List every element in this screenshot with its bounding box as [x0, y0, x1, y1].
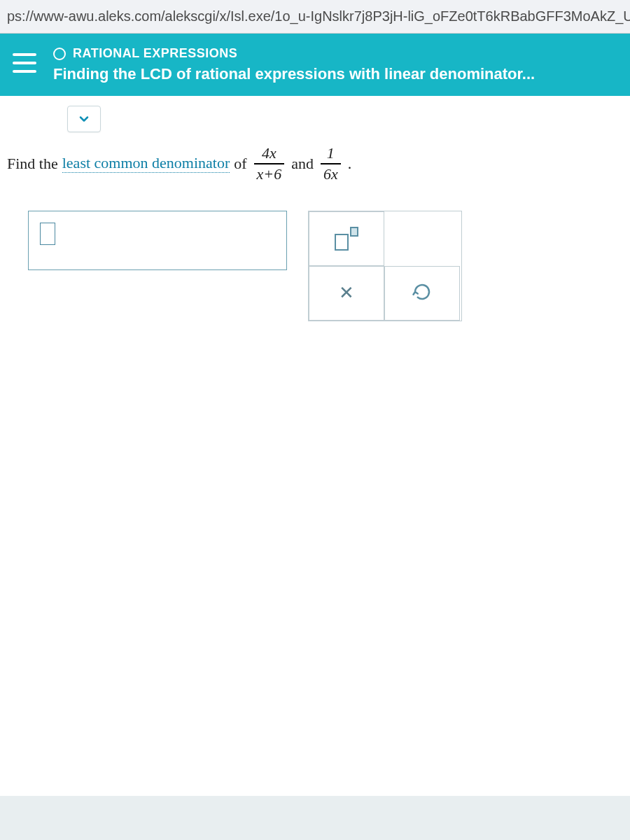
glossary-link-lcd[interactable]: least common denominator: [62, 154, 230, 173]
clear-button[interactable]: ✕: [309, 266, 384, 321]
fraction-2-denominator: 6x: [321, 166, 341, 183]
topic-title: Finding the LCD of rational expressions …: [53, 65, 622, 83]
chevron-down-icon: [77, 112, 91, 126]
question-prefix: Find the: [7, 155, 58, 173]
exponent-icon: [335, 227, 358, 251]
slice-pie-icon: [53, 48, 66, 60]
close-icon: ✕: [339, 282, 354, 304]
slice-label: RATIONAL EXPRESSIONS: [73, 46, 237, 61]
question-and: and: [291, 155, 314, 173]
exponent-tool-button[interactable]: [309, 211, 384, 266]
url-bar: ps://www-awu.aleks.com/alekscgi/x/Isl.ex…: [0, 0, 630, 34]
fraction-2-numerator: 1: [324, 145, 337, 162]
input-placeholder-box[interactable]: [40, 223, 55, 245]
question-suffix: .: [348, 155, 352, 173]
reset-button[interactable]: [384, 266, 460, 321]
topic-header: RATIONAL EXPRESSIONS Finding the LCD of …: [0, 34, 630, 96]
fraction-2: 1 6x: [321, 145, 341, 183]
expand-toggle-button[interactable]: [67, 106, 101, 132]
hamburger-menu-icon[interactable]: [13, 53, 36, 73]
undo-icon: [412, 281, 433, 305]
fraction-1-denominator: x+6: [254, 166, 285, 183]
question-content: Find the least common denominator of 4x …: [0, 96, 630, 796]
fraction-1-numerator: 4x: [259, 145, 279, 162]
slice-title: RATIONAL EXPRESSIONS: [53, 46, 622, 61]
answer-input[interactable]: [28, 211, 287, 270]
fraction-1: 4x x+6: [254, 145, 285, 183]
question-mid: of: [234, 155, 246, 173]
math-tool-palette: ✕: [308, 211, 462, 321]
